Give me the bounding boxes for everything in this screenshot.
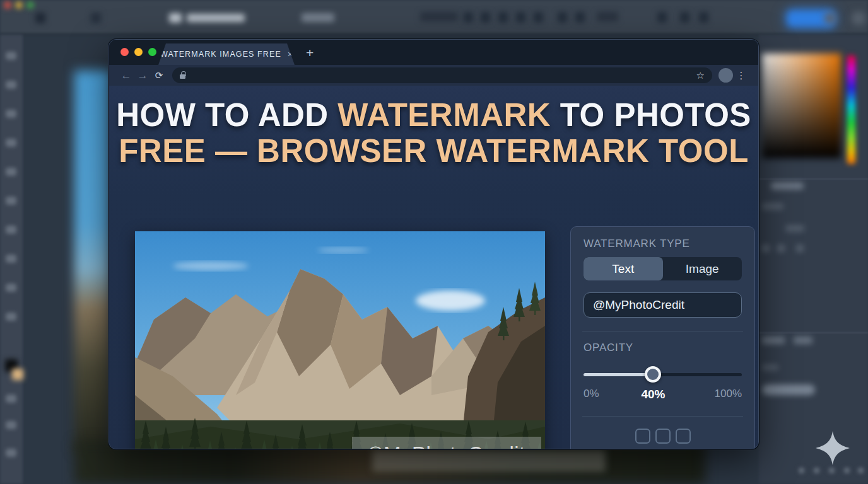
position-cell-top-left[interactable] <box>635 429 650 444</box>
opacity-min-label: 0% <box>584 388 599 400</box>
bg-right-panels <box>759 35 868 484</box>
watermark-type-segmented-control: Text Image <box>584 257 742 280</box>
bg-tool-blob <box>534 12 543 23</box>
bg-canvas-watermark <box>372 450 606 471</box>
bg-tool-blob <box>657 12 667 23</box>
bg-canvas-photo <box>74 71 111 452</box>
bg-tool-blob <box>516 12 525 23</box>
bg-menu-blob <box>420 12 458 21</box>
bg-color-picker-square <box>762 54 841 158</box>
bg-background-swatch <box>12 369 23 380</box>
title-line-1: HOW TO ADD WATERMARK TO PHOTOS <box>109 97 758 133</box>
bg-blue-button <box>787 10 835 27</box>
new-tab-button[interactable]: + <box>306 45 314 60</box>
forward-icon[interactable]: → <box>134 69 151 82</box>
bg-doc-title <box>187 14 245 22</box>
tab-close-icon[interactable]: × <box>288 50 293 59</box>
window-controls <box>120 48 156 56</box>
bg-panel-chip <box>796 245 804 252</box>
opacity-label: OPACITY <box>584 342 742 354</box>
opacity-slider[interactable] <box>584 366 742 383</box>
minimize-window-button[interactable] <box>134 48 143 56</box>
photo-watermark-overlay: ©MyPhotoCredit <box>352 437 541 449</box>
bg-menu-blob <box>597 12 618 21</box>
bg-tool-blob <box>91 13 101 23</box>
opacity-value-label: 40% <box>641 388 665 401</box>
bg-zoom-pill <box>302 13 334 22</box>
bg-panel-row <box>762 203 783 210</box>
reload-icon[interactable]: ⟳ <box>151 70 167 81</box>
bg-tool-blob <box>680 12 689 23</box>
bg-search-icon <box>824 12 836 25</box>
opacity-slider-fill <box>584 373 653 376</box>
bg-tool-blob <box>699 12 708 23</box>
photo-watermark-text: ©MyPhotoCredit <box>368 442 525 449</box>
bg-panel-row <box>785 225 804 232</box>
divider <box>582 416 743 417</box>
browser-tab[interactable]: WATERMARK IMAGES FREE × <box>158 43 295 65</box>
title-highlight: WATERMARK <box>337 97 551 133</box>
bg-tool-blob <box>35 13 45 23</box>
bg-settings-icon <box>852 11 865 25</box>
bg-tool-blob <box>498 12 508 23</box>
back-icon[interactable]: ← <box>118 69 134 82</box>
opacity-scale: 0% 40% 100% <box>584 388 742 403</box>
watermark-controls-panel: WATERMARK TYPE Text Image @MyPhotoCredit… <box>570 226 755 449</box>
browser-navbar: ← → ⟳ ☆ ⋮ <box>109 65 758 86</box>
opacity-slider-knob[interactable] <box>645 366 661 383</box>
browser-menu-icon[interactable]: ⋮ <box>733 70 749 81</box>
watermark-type-label: WATERMARK TYPE <box>584 238 742 250</box>
tab-strip: WATERMARK IMAGES FREE × + <box>109 40 758 65</box>
position-cell-middle-left[interactable] <box>635 449 650 449</box>
bg-foreground-swatch <box>5 359 18 372</box>
tab-title: WATERMARK IMAGES FREE <box>160 50 281 59</box>
profile-avatar[interactable] <box>718 68 733 83</box>
bg-tool-blob <box>558 12 567 23</box>
position-cell-top-center[interactable] <box>655 429 671 444</box>
bg-panel-title <box>771 182 804 190</box>
bg-panel-tab <box>762 337 785 344</box>
tab-image[interactable]: Image <box>663 257 742 280</box>
close-window-button[interactable] <box>120 48 129 56</box>
bookmark-star-icon[interactable]: ☆ <box>696 70 705 81</box>
page-title: HOW TO ADD WATERMARK TO PHOTOS FREE — BR… <box>109 97 758 169</box>
position-cell-top-right[interactable] <box>676 429 691 444</box>
landscape-image <box>135 231 545 449</box>
bg-traffic-yellow <box>15 1 23 9</box>
bg-hue-slider <box>847 55 855 164</box>
bg-tool-blob <box>481 12 490 23</box>
bg-tool-blob <box>575 12 585 23</box>
watermark-text-input[interactable]: @MyPhotoCredit <box>584 292 742 318</box>
screenshot-stage: WATERMARK IMAGES FREE × + ← → ⟳ ☆ ⋮ HOW … <box>0 0 868 484</box>
address-bar[interactable]: ☆ <box>172 67 712 83</box>
position-grid <box>635 429 691 449</box>
position-cell-middle-center[interactable] <box>655 449 671 449</box>
bg-traffic-red <box>4 1 11 9</box>
bg-panel-chip <box>777 245 785 252</box>
sparkle-icon <box>815 430 850 466</box>
browser-window: WATERMARK IMAGES FREE × + ← → ⟳ ☆ ⋮ HOW … <box>108 39 759 449</box>
bg-panel-chip <box>762 245 770 252</box>
position-cell-middle-right[interactable] <box>676 449 691 449</box>
bg-panel-tab <box>794 337 812 344</box>
bg-panel-pill <box>762 384 815 395</box>
page-content: HOW TO ADD WATERMARK TO PHOTOS FREE — BR… <box>109 86 758 449</box>
bg-tool-palette <box>0 35 23 484</box>
bg-traffic-green <box>26 1 34 9</box>
bg-tool-blob <box>464 12 473 23</box>
opacity-max-label: 100% <box>715 388 742 400</box>
bg-panel-row <box>762 364 778 371</box>
bg-doc-icon <box>169 13 182 23</box>
background-toolbar <box>0 0 868 35</box>
title-line-2: FREE — BROWSER WATERMARK TOOL <box>109 133 758 169</box>
preview-photo: ©MyPhotoCredit <box>135 231 545 449</box>
divider <box>582 331 743 331</box>
zoom-window-button[interactable] <box>148 48 156 56</box>
lock-icon <box>180 74 185 79</box>
tab-text[interactable]: Text <box>584 257 663 280</box>
